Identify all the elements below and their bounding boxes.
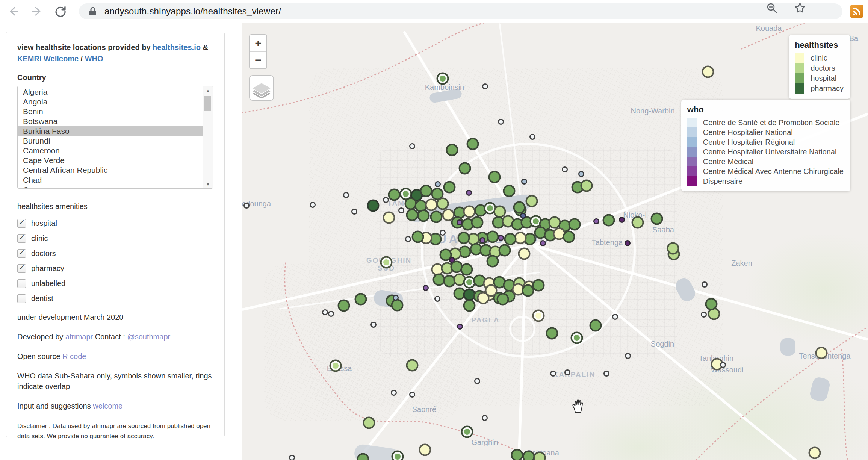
country-option[interactable]: Cape Verde xyxy=(18,156,203,165)
marker-hospital[interactable] xyxy=(471,216,484,229)
checkbox-checked-icon[interactable] xyxy=(17,234,26,243)
marker-who-hospitalier[interactable] xyxy=(521,179,527,185)
marker-doctors[interactable] xyxy=(330,360,342,372)
amenity-checkbox-pharmacy[interactable]: pharmacy xyxy=(17,264,213,273)
marker-who-centre-sante[interactable] xyxy=(370,322,377,328)
marker-who-centre-medical[interactable] xyxy=(593,218,599,224)
marker-hospital[interactable] xyxy=(499,244,511,257)
marker-doctors[interactable] xyxy=(534,452,546,460)
marker-who-hospitalier[interactable] xyxy=(393,295,399,301)
zoom-out-icon[interactable] xyxy=(766,2,778,14)
marker-who-centre-sante[interactable] xyxy=(398,207,404,213)
marker-who-hospitalier[interactable] xyxy=(578,171,584,177)
rss-extension-icon[interactable] xyxy=(850,5,863,18)
url-text[interactable]: andysouth.shinyapps.io/healthsites_viewe… xyxy=(104,6,281,17)
marker-who-centre-sante[interactable] xyxy=(482,415,488,421)
marker-clinic[interactable] xyxy=(419,444,431,456)
marker-clinic[interactable] xyxy=(463,206,476,218)
marker-who-centre-sante[interactable] xyxy=(409,143,415,149)
country-option[interactable]: Central African Republic xyxy=(18,165,203,175)
marker-who-centre-sante[interactable] xyxy=(562,166,568,172)
link-healthsites-io[interactable]: healthsites.io xyxy=(153,43,201,51)
marker-who-centre-medical[interactable] xyxy=(540,240,546,246)
link-afrimapr[interactable]: afrimapr xyxy=(65,333,93,341)
amenity-checkbox-doctors[interactable]: doctors xyxy=(17,249,213,258)
country-option[interactable]: Botswana xyxy=(18,117,203,126)
scroll-up-arrow[interactable]: ▲ xyxy=(203,86,213,95)
amenity-checkbox-clinic[interactable]: clinic xyxy=(17,234,213,243)
marker-hospital[interactable] xyxy=(563,231,575,243)
country-option[interactable]: Comoros xyxy=(18,185,203,189)
marker-hospital[interactable] xyxy=(461,426,473,438)
marker-hospital[interactable] xyxy=(417,210,430,222)
marker-who-centre-sante[interactable] xyxy=(702,281,708,288)
country-option[interactable]: Benin xyxy=(18,107,203,117)
marker-clinic[interactable] xyxy=(383,212,395,224)
marker-hospital[interactable] xyxy=(511,449,523,460)
marker-hospital[interactable] xyxy=(443,181,456,194)
marker-doctors[interactable] xyxy=(406,359,419,372)
marker-doctors[interactable] xyxy=(363,417,375,429)
marker-hospital[interactable] xyxy=(488,171,501,183)
zoom-in-button[interactable]: + xyxy=(250,35,266,52)
marker-who-centre-sante[interactable] xyxy=(243,203,250,209)
marker-hospital[interactable] xyxy=(590,319,602,332)
marker-hospital[interactable] xyxy=(391,299,404,312)
marker-hospital[interactable] xyxy=(523,451,535,460)
forward-icon[interactable] xyxy=(29,3,45,19)
marker-who-centre-sante[interactable] xyxy=(322,309,328,315)
link-kemri-wellcome[interactable]: KEMRI Wellcome xyxy=(17,54,79,63)
marker-clinic[interactable] xyxy=(485,284,498,297)
marker-who-centre-sante[interactable] xyxy=(612,314,618,320)
marker-who-centre-sante[interactable] xyxy=(474,378,480,384)
marker-who-centre-sante[interactable] xyxy=(482,83,488,89)
country-option[interactable]: Algeria xyxy=(18,87,203,97)
marker-pharmacy[interactable] xyxy=(367,200,380,212)
marker-hospital[interactable] xyxy=(503,185,516,197)
marker-who-centre-sante[interactable] xyxy=(720,362,726,368)
marker-hospital[interactable] xyxy=(437,73,449,85)
marker-who-centre-sante[interactable] xyxy=(564,369,570,375)
marker-hospital[interactable] xyxy=(338,300,350,312)
checkbox-checked-icon[interactable] xyxy=(17,264,26,273)
marker-who-centre-sante[interactable] xyxy=(289,455,295,460)
scroll-thumb[interactable] xyxy=(204,96,211,111)
marker-who-centre-medical[interactable] xyxy=(498,235,504,241)
marker-clinic[interactable] xyxy=(809,447,821,459)
marker-who-centre-sante[interactable] xyxy=(434,296,440,302)
marker-hospital[interactable] xyxy=(458,232,470,244)
marker-hospital[interactable] xyxy=(487,255,499,268)
marker-hospital[interactable] xyxy=(430,211,443,223)
link-southmapr[interactable]: @southmapr xyxy=(127,333,170,341)
marker-who-centre-medical[interactable] xyxy=(466,190,472,196)
layers-control[interactable] xyxy=(249,75,274,101)
marker-who-centre-sante[interactable] xyxy=(343,192,349,198)
marker-who-centre-sante[interactable] xyxy=(701,312,707,318)
checkbox-unchecked-icon[interactable] xyxy=(17,294,26,303)
marker-who-centre-medical[interactable] xyxy=(457,324,463,330)
marker-who-centre-sante[interactable] xyxy=(603,371,609,377)
marker-clinic[interactable] xyxy=(702,66,714,78)
marker-hospital[interactable] xyxy=(388,189,401,201)
bookmark-star-icon[interactable] xyxy=(794,2,806,14)
marker-hospital[interactable] xyxy=(522,284,534,297)
marker-hospital[interactable] xyxy=(571,332,583,344)
marker-who-centre-sante[interactable] xyxy=(550,371,556,377)
marker-doctors[interactable] xyxy=(526,195,538,207)
marker-doctors[interactable] xyxy=(632,216,644,229)
marker-hospital[interactable] xyxy=(504,233,517,245)
marker-who-centre-sante[interactable] xyxy=(625,353,631,359)
back-icon[interactable] xyxy=(5,3,21,19)
amenity-checkbox-unlabelled[interactable]: unlabelled xyxy=(17,279,213,288)
marker-doctors[interactable] xyxy=(380,256,393,269)
marker-hospital[interactable] xyxy=(459,162,471,175)
amenity-checkbox-hospital[interactable]: hospital xyxy=(17,219,213,228)
country-option[interactable]: Cameroon xyxy=(18,146,203,156)
marker-who-centre-sante[interactable] xyxy=(405,236,411,242)
marker-hospital[interactable] xyxy=(406,209,419,221)
checkbox-checked-icon[interactable] xyxy=(17,249,26,258)
country-option[interactable]: Angola xyxy=(18,97,203,107)
marker-who-centre-medical[interactable] xyxy=(423,285,429,291)
checkbox-checked-icon[interactable] xyxy=(17,219,26,228)
marker-hospital[interactable] xyxy=(603,214,615,227)
